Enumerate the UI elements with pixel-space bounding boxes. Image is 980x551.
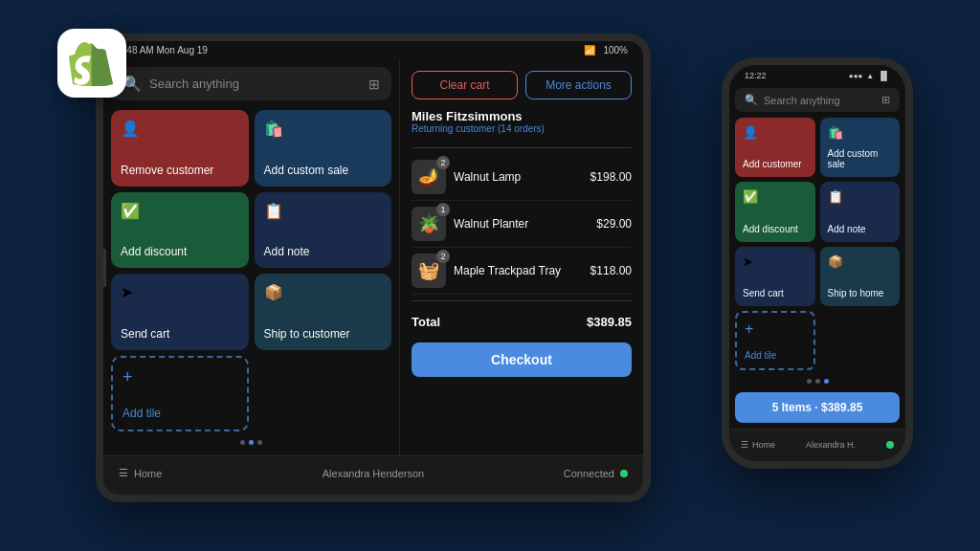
phone-add-note-label: Add note [828, 224, 893, 234]
tablet-side-button [100, 249, 106, 287]
item-name-2: Walnut Planter [454, 217, 589, 231]
cart-item-1: 🪔 2 Walnut Lamp $198.00 [412, 154, 632, 201]
phone-wifi-icon: ▲ [866, 72, 874, 80]
page-dots-indicator [111, 437, 391, 448]
add-tile-label: Add tile [122, 407, 237, 420]
phone-dot-2 [815, 379, 820, 384]
tablet-left-panel: 🔍 Search anything ⊞ 👤 Remove customer 🛍️… [103, 59, 400, 455]
tablet-time: 9:48 AM Mon Aug 19 [119, 45, 208, 55]
phone-checkout-bar[interactable]: 5 Items · $389.85 [735, 392, 900, 423]
clear-cart-button[interactable]: Clear cart [412, 71, 518, 99]
phone-status-bar: 12:22 ●●● ▲ ▐▌ [729, 65, 905, 82]
phone-add-discount-tile[interactable]: ✅ Add discount [735, 182, 815, 241]
phone-barcode-icon: ⊞ [881, 94, 890, 106]
add-discount-label: Add discount [121, 245, 239, 258]
remove-customer-tile[interactable]: 👤 Remove customer [111, 110, 249, 187]
phone-ship-to-home-tile[interactable]: 📦 Ship to home [820, 247, 901, 306]
cart-item-2: 🪴 1 Walnut Planter $29.00 [412, 201, 632, 248]
phone-add-custom-sale-tile[interactable]: 🛍️ Add custom sale [820, 118, 901, 177]
item-qty-badge-2: 1 [436, 203, 450, 216]
connection-status: Connected [458, 468, 628, 479]
ship-to-customer-tile[interactable]: 📦 Ship to customer [255, 274, 392, 350]
person-remove-icon: 👤 [121, 120, 140, 138]
send-cart-tile[interactable]: ➤ Send cart [111, 274, 249, 350]
item-price-2: $29.00 [596, 217, 632, 231]
phone-add-tile-button[interactable]: + Add tile [735, 311, 815, 370]
hamburger-icon: ☰ [119, 467, 128, 479]
phone-send-icon: ➤ [743, 254, 753, 269]
phone-search-icon: 🔍 [745, 94, 758, 106]
ship-icon: 📦 [264, 283, 283, 301]
checkout-button[interactable]: Checkout [412, 342, 632, 377]
home-label: Home [134, 468, 162, 479]
item-image-3: 🧺 2 [412, 253, 446, 288]
phone-person-icon: 👤 [743, 125, 758, 140]
bag-icon: 🛍️ [264, 120, 283, 138]
wifi-icon: 📶 [584, 45, 595, 55]
search-bar[interactable]: 🔍 Search anything ⊞ [111, 67, 391, 100]
phone-time: 12:22 [745, 71, 767, 80]
phone-tile-grid: 👤 Add customer 🛍️ Add custom sale ✅ Add … [735, 118, 900, 370]
phone-connected-dot [886, 441, 894, 449]
remove-customer-label: Remove customer [121, 164, 239, 177]
username-display: Alexandra Henderson [323, 468, 424, 479]
phone-username: Alexandra H. [806, 440, 856, 450]
search-input-placeholder: Search anything [149, 77, 361, 91]
tablet-device: 9:48 AM Mon Aug 19 📶 100% 🔍 Search anyth… [96, 33, 651, 502]
phone-home-label: Home [752, 440, 775, 450]
dot-3 [257, 440, 262, 445]
customer-info: Miles Fitzsimmons Returning customer (14… [412, 109, 632, 134]
add-discount-tile[interactable]: ✅ Add discount [111, 192, 249, 269]
phone-plus-icon: + [745, 320, 753, 338]
plus-icon: + [122, 367, 133, 387]
phone-search-bar[interactable]: 🔍 Search anything ⊞ [735, 88, 900, 112]
send-cart-label: Send cart [121, 327, 239, 341]
tablet-right-panel: Clear cart More actions Miles Fitzsimmon… [400, 59, 643, 455]
phone-discount-icon: ✅ [743, 189, 758, 204]
phone-add-customer-tile[interactable]: 👤 Add customer [735, 118, 815, 177]
tile-grid: 👤 Remove customer 🛍️ Add custom sale ✅ A… [111, 110, 391, 431]
shopify-logo [57, 29, 126, 98]
item-price-1: $198.00 [590, 170, 632, 184]
tablet-main-content: 🔍 Search anything ⊞ 👤 Remove customer 🛍️… [103, 59, 643, 455]
phone-bottom-bar: ☰ Home Alexandra H. [729, 429, 905, 459]
user-section: Alexandra Henderson [288, 468, 457, 479]
add-note-tile[interactable]: 📋 Add note [255, 192, 392, 269]
phone-search-placeholder: Search anything [764, 95, 876, 106]
phone-add-customer-label: Add customer [743, 159, 808, 169]
phone-ship-icon: 📦 [828, 254, 843, 269]
divider-2 [412, 300, 632, 301]
phone-content: 🔍 Search anything ⊞ 👤 Add customer 🛍️ Ad… [729, 82, 905, 429]
item-name-1: Walnut Lamp [454, 170, 583, 184]
phone-battery-icon: ▐▌ [878, 71, 890, 80]
phone-note-icon: 📋 [828, 189, 843, 204]
connection-label: Connected [564, 468, 614, 479]
phone-add-tile-label: Add tile [745, 350, 806, 361]
phone-send-cart-tile[interactable]: ➤ Send cart [735, 247, 815, 306]
item-image-1: 🪔 2 [412, 160, 446, 194]
item-image-2: 🪴 1 [412, 207, 446, 241]
phone-page-dots [735, 376, 900, 386]
phone-dot-1 [807, 379, 812, 384]
divider-1 [412, 147, 632, 148]
phone-ship-to-home-label: Ship to home [828, 288, 893, 298]
add-custom-sale-label: Add custom sale [264, 164, 383, 177]
phone-add-discount-label: Add discount [743, 224, 808, 234]
ship-to-customer-label: Ship to customer [264, 327, 383, 341]
phone-add-note-tile[interactable]: 📋 Add note [820, 182, 901, 241]
customer-name: Miles Fitzsimmons [412, 109, 632, 123]
add-tile-button[interactable]: + Add tile [111, 356, 249, 432]
discount-icon: ✅ [121, 202, 140, 220]
add-custom-sale-tile[interactable]: 🛍️ Add custom sale [255, 110, 392, 187]
cart-item-3: 🧺 2 Maple Trackpad Tray $118.00 [412, 248, 632, 295]
barcode-icon: ⊞ [368, 77, 380, 92]
cart-action-buttons: Clear cart More actions [412, 71, 632, 99]
add-note-label: Add note [264, 245, 383, 258]
phone-hamburger-icon: ☰ [741, 440, 748, 450]
cart-items-list: 🪔 2 Walnut Lamp $198.00 🪴 1 Walnut Plant… [412, 154, 632, 295]
more-actions-button[interactable]: More actions [525, 71, 632, 99]
cart-total-row: Total $389.85 [412, 307, 632, 337]
customer-tag: Returning customer (14 orders) [412, 123, 632, 134]
item-qty-badge-3: 2 [436, 250, 450, 263]
dot-1 [240, 440, 245, 445]
